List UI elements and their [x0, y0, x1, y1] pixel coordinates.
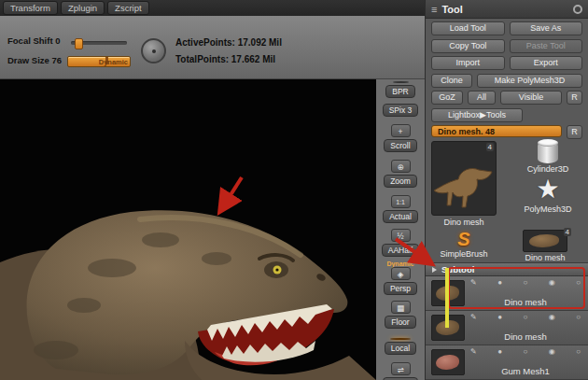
eye-icon[interactable]: ◉: [549, 278, 555, 287]
menu-zplugin[interactable]: Zplugin: [61, 1, 105, 15]
make-polymesh3d-button[interactable]: Make PolyMesh3D: [477, 74, 582, 88]
scroll-icon[interactable]: +: [391, 124, 411, 137]
cylinder3d-label[interactable]: Cylinder3D: [527, 164, 569, 174]
clone-button[interactable]: Clone: [431, 74, 472, 88]
subtool-row-dino-mesh-2[interactable]: ✎ ● ○ ◉ ○ Dino mesh: [426, 311, 588, 345]
polypaint-icon[interactable]: ✎: [470, 313, 477, 321]
subtool-row-dino-mesh-1[interactable]: ✎ ● ○ ◉ ○ Dino mesh: [426, 276, 588, 311]
actual-size-icon[interactable]: 1:1: [391, 195, 411, 208]
visible-button[interactable]: Visible: [500, 91, 562, 105]
toggle-icon[interactable]: ○: [523, 278, 527, 287]
load-tool-button[interactable]: Load Tool: [431, 21, 505, 35]
local-pivot-icon[interactable]: [390, 338, 411, 340]
toggle-icon[interactable]: ○: [523, 313, 527, 321]
subtool-thumb: [431, 280, 465, 306]
total-points-readout: TotalPoints: 17.662 Mil: [175, 54, 275, 64]
subtool-list: ✎ ● ○ ◉ ○ Dino mesh ✎ ● ○ ◉: [426, 276, 588, 380]
slider-r-button[interactable]: R: [567, 125, 582, 139]
toggle-icon[interactable]: ●: [497, 278, 502, 287]
tool-palette: 4 Dino mesh Cylinder3D ★ PolyMesh3D S Si…: [431, 141, 582, 261]
eye-icon[interactable]: ◉: [549, 313, 555, 321]
subtool-name: Dino mesh: [470, 331, 581, 342]
subtool-title: Subtool: [441, 264, 474, 274]
current-tool-label: Dino mesh: [431, 218, 497, 227]
canvas-side-strip: BPR SPix 3 + Scroll ⊕ Zoom 1:1 Actual ½ …: [376, 79, 425, 380]
brush-dynamics-icon[interactable]: [141, 38, 166, 63]
tool-panel: ≡ Tool Load Tool Save As Copy Tool Paste…: [425, 0, 588, 380]
zoom-button[interactable]: Zoom: [384, 175, 417, 188]
subtool-thumb: [431, 349, 465, 375]
simplebrush-logo-icon: S: [431, 230, 497, 248]
menu-zscript[interactable]: Zscript: [107, 1, 149, 15]
toggle-icon[interactable]: ●: [497, 347, 502, 356]
save-as-button[interactable]: Save As: [510, 21, 583, 35]
floor-grid-icon[interactable]: ▦: [391, 301, 411, 314]
simplebrush-label: SimpleBrush: [431, 249, 497, 259]
local-button[interactable]: Local: [385, 342, 416, 355]
export-button[interactable]: Export: [510, 56, 583, 70]
dynamic-mode-label[interactable]: Dynamic: [99, 58, 128, 66]
dino-thumb-icon: [432, 142, 496, 215]
menu-bar: Transform Zplugin Zscript: [0, 0, 425, 16]
active-points-readout: ActivePoints: 17.092 Mil: [175, 37, 282, 48]
draw-size-label: Draw Size 76: [7, 55, 62, 65]
panel-menu-icon[interactable]: ≡: [431, 4, 437, 15]
subtool-count-badge: 4: [486, 143, 494, 151]
zbrush-window: Transform Zplugin Zscript Focal Shift 0 …: [0, 0, 588, 380]
goz-button[interactable]: GoZ: [431, 91, 463, 105]
bpr-sphere-icon[interactable]: [393, 81, 409, 83]
r-button[interactable]: R: [567, 91, 582, 105]
toggle-icon[interactable]: ○: [576, 313, 581, 321]
top-toolbar: Focal Shift 0 Draw Size 76 Dynamic Activ…: [0, 16, 425, 79]
viewport-canvas[interactable]: [0, 79, 376, 380]
perspective-icon[interactable]: ◈: [391, 267, 411, 280]
copy-tool-button[interactable]: Copy Tool: [431, 39, 505, 53]
tool-name-slider[interactable]: Dino mesh. 48: [431, 125, 562, 137]
actual-button[interactable]: Actual: [383, 210, 418, 223]
floor-button[interactable]: Floor: [385, 316, 415, 329]
focal-shift-handle[interactable]: [75, 38, 83, 49]
persp-button[interactable]: Persp: [384, 282, 417, 295]
zoom-icon[interactable]: ⊕: [391, 160, 411, 173]
symmetry-icon[interactable]: ⇌: [391, 362, 411, 375]
lightbox-tools-button[interactable]: Lightbox▶Tools: [431, 108, 523, 122]
toggle-icon[interactable]: ○: [576, 278, 581, 287]
import-button[interactable]: Import: [431, 56, 505, 70]
panel-circle-icon[interactable]: [573, 5, 582, 14]
tool-palette-column: Cylinder3D ★ PolyMesh3D: [511, 141, 584, 216]
aahalf-icon[interactable]: ½: [391, 229, 411, 242]
subtool-row-gum-mesh1[interactable]: ✎ ● ○ ◉ ○ Gum Mesh1: [426, 345, 588, 380]
spix-button[interactable]: SPix 3: [383, 104, 419, 117]
subtool-name: Gum Mesh1: [470, 366, 581, 376]
recent-dino-item[interactable]: 4 Dino mesh: [511, 230, 579, 264]
expand-arrow-icon: [432, 267, 437, 273]
cylinder3d-icon[interactable]: [538, 141, 558, 163]
simplebrush-item[interactable]: S SimpleBrush: [431, 230, 497, 264]
recent-dino-thumb: [523, 230, 567, 252]
polypaint-icon[interactable]: ✎: [470, 278, 477, 287]
toggle-icon[interactable]: ○: [576, 347, 581, 356]
subtool-header[interactable]: Subtool: [426, 262, 588, 276]
toggle-icon[interactable]: ●: [497, 313, 502, 321]
tool-buttons: Load Tool Save As Copy Tool Paste Tool I…: [431, 21, 582, 143]
menu-transform[interactable]: Transform: [3, 1, 58, 15]
bpr-button[interactable]: BPR: [385, 85, 414, 98]
toggle-icon[interactable]: ○: [523, 347, 527, 356]
aahalf-button[interactable]: AAHalf: [382, 244, 419, 257]
subtool-name: Dino mesh: [470, 297, 581, 307]
subtool-thumb: [431, 315, 465, 341]
draw-size-slider[interactable]: Dynamic: [67, 56, 131, 67]
recent-dino-label: Dino mesh: [511, 253, 579, 262]
focal-shift-slider[interactable]: [71, 41, 127, 45]
dinosaur-model: [0, 79, 376, 380]
polymesh3d-label[interactable]: PolyMesh3D: [524, 204, 571, 214]
tool-panel-header: ≡ Tool: [426, 0, 588, 19]
polypaint-icon[interactable]: ✎: [470, 347, 477, 356]
scroll-button[interactable]: Scroll: [384, 139, 416, 152]
recent-tools-row: S SimpleBrush 4 Dino mesh: [431, 230, 582, 264]
tool-panel-title: Tool: [441, 4, 568, 15]
polymesh3d-star-icon[interactable]: ★: [536, 176, 559, 204]
current-tool-thumbnail[interactable]: 4: [431, 141, 497, 216]
eye-icon[interactable]: ◉: [549, 347, 555, 356]
all-button[interactable]: All: [468, 91, 496, 105]
